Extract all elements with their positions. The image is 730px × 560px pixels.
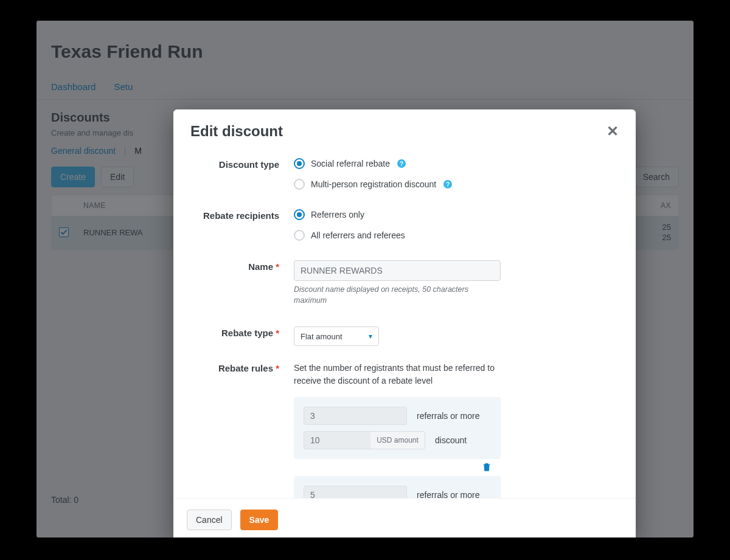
label-rebate-recipients: Rebate recipients	[190, 209, 294, 251]
save-button[interactable]: Save	[240, 510, 279, 530]
rule1-amount-input[interactable]	[304, 431, 370, 449]
rule-referrals-label: referrals or more	[417, 490, 479, 498]
opt-referrers-only: Referrers only	[311, 210, 364, 220]
rule1-referrals-input[interactable]	[304, 407, 407, 425]
close-icon[interactable]: ✕	[607, 124, 619, 139]
rebate-type-value: Flat amount	[301, 332, 342, 341]
opt-social-referral: Social referral rebate	[311, 159, 390, 168]
help-icon[interactable]: ?	[397, 159, 406, 168]
opt-all-referrers: All referrers and referees	[311, 230, 405, 240]
label-rebate-rules: Rebate rules *	[190, 362, 294, 498]
radio-all-referrers[interactable]	[294, 230, 305, 241]
modal-header: Edit discount ✕	[173, 109, 636, 147]
name-hint: Discount name displayed on receipts, 50 …	[294, 285, 501, 306]
help-icon[interactable]: ?	[443, 180, 452, 188]
label-name: Name *	[190, 260, 294, 306]
cancel-button[interactable]: Cancel	[187, 510, 232, 530]
modal-body: Discount type Social referral rebate ? M…	[173, 147, 636, 498]
modal-footer: Cancel Save	[173, 498, 636, 538]
app-frame: Texas Friend Run Dashboard Setu Discount…	[36, 21, 693, 538]
modal-title: Edit discount	[190, 123, 283, 140]
label-discount-type: Discount type	[190, 158, 294, 199]
rebate-type-select[interactable]: Flat amount ▾	[294, 327, 379, 346]
delete-rule-icon[interactable]	[481, 461, 492, 472]
rule-discount-label: discount	[435, 435, 467, 445]
rules-description: Set the number of registrants that must …	[294, 362, 513, 387]
radio-social-referral[interactable]	[294, 158, 305, 169]
rule2-referrals-input[interactable]	[304, 486, 407, 498]
usd-unit-label: USD amount	[370, 431, 425, 449]
label-rebate-type: Rebate type *	[190, 327, 294, 346]
rebate-rule-2: referrals or more USD discount	[294, 476, 501, 498]
rebate-rule-1: referrals or more USD amount discount	[294, 397, 501, 459]
chevron-down-icon: ▾	[369, 332, 372, 340]
discount-name-input[interactable]	[294, 260, 501, 281]
radio-referrers-only[interactable]	[294, 209, 305, 220]
radio-multi-person[interactable]	[294, 179, 305, 190]
opt-multi-person: Multi-person registration discount	[311, 179, 436, 189]
rule-referrals-label: referrals or more	[417, 411, 479, 421]
edit-discount-modal: Edit discount ✕ Discount type Social ref…	[173, 109, 636, 538]
